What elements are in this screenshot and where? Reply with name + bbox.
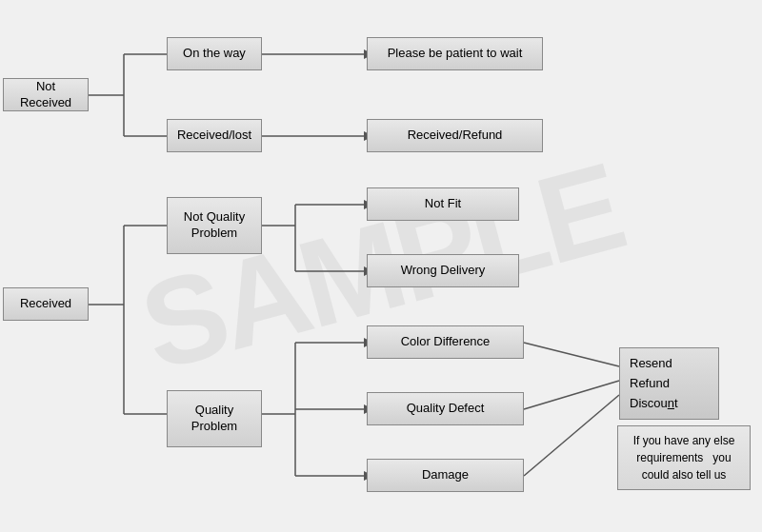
svg-line-26	[524, 343, 619, 366]
discount-label: Discount	[630, 394, 709, 414]
note-text: If you have any elserequirements youcoul…	[626, 432, 742, 483]
wrong-delivery-box: Wrong Delivery	[367, 254, 519, 287]
received-lost-box: Received/lost	[167, 119, 262, 152]
refund-label: Refund	[630, 374, 709, 394]
svg-line-27	[524, 381, 619, 409]
not-quality-problem-box: Not Quality Problem	[167, 197, 262, 254]
note-box: If you have any elserequirements youcoul…	[617, 425, 751, 490]
damage-box: Damage	[367, 459, 524, 492]
please-wait-box: Please be patient to wait	[367, 37, 543, 70]
on-the-way-box: On the way	[167, 37, 262, 70]
color-difference-box: Color Difference	[367, 325, 524, 359]
received-refund-box: Received/Refund	[367, 119, 543, 152]
quality-problem-box: Quality Problem	[167, 390, 262, 447]
not-fit-box: Not Fit	[367, 187, 519, 221]
received-box: Received	[3, 287, 89, 321]
resend-refund-box: Resend Refund Discount	[619, 347, 719, 420]
not-received-box: Not Received	[3, 78, 89, 111]
resend-label: Resend	[630, 354, 709, 374]
svg-line-28	[524, 395, 619, 476]
damage-label: Damage	[422, 467, 469, 483]
quality-defect-box: Quality Defect	[367, 392, 524, 425]
